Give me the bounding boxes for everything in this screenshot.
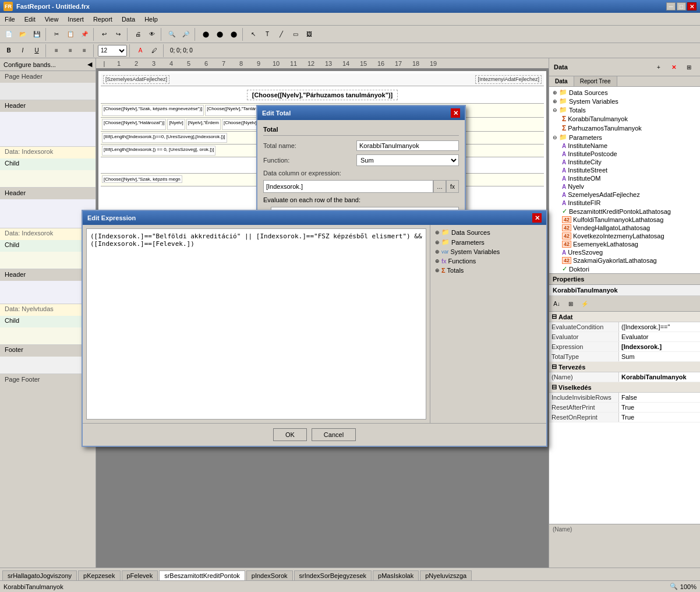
- menu-view[interactable]: View: [40, 15, 63, 24]
- save-btn[interactable]: 💾: [30, 28, 43, 41]
- zoom-in-btn[interactable]: 🔍: [165, 28, 178, 41]
- expr-tree-sysvars[interactable]: ⊕ var System Variables: [433, 247, 544, 256]
- expr-cancel-btn[interactable]: Cancel: [312, 428, 356, 441]
- menu-data[interactable]: Data: [117, 15, 140, 24]
- close-btn[interactable]: ✕: [687, 2, 697, 10]
- tab-pfelevek[interactable]: pFelevek: [122, 570, 158, 580]
- prop-section-viselkedes[interactable]: ⊟ Viselkedés: [549, 382, 700, 393]
- tree-item-institutestreet[interactable]: A InstituteStreet: [550, 166, 699, 174]
- tab-pnyeluvizszga[interactable]: pNyeluvizszga: [420, 570, 472, 580]
- font-size-select[interactable]: 89101112: [98, 45, 127, 57]
- props-sort-alpha-btn[interactable]: ⁤A↓: [550, 297, 563, 310]
- tree-item-szakmai[interactable]: 42 SzakmaiGyakorlatLathatosag: [550, 256, 699, 265]
- tree-item-vendeg[interactable]: 42 VendegHallgatoLathatosag: [550, 224, 699, 232]
- expr-text-area[interactable]: ([Indexsorok.]=="Belföldi akkreditáció" …: [86, 228, 426, 420]
- edit-total-close-btn[interactable]: ✕: [451, 108, 460, 118]
- rect-tool-btn[interactable]: ▭: [289, 28, 302, 41]
- data-panel-remove-btn[interactable]: ✕: [667, 61, 680, 73]
- align-center-text-btn[interactable]: ≡: [64, 44, 77, 57]
- print-btn[interactable]: 🖨: [132, 28, 144, 41]
- align-center-btn[interactable]: ⬤: [213, 28, 226, 41]
- zoom-out-btn[interactable]: 🔎: [179, 28, 192, 41]
- prop-section-adat[interactable]: ⊟ Adat: [549, 312, 700, 322]
- tab-pindexsorok[interactable]: pIndexSorok: [246, 570, 293, 580]
- tree-item-data-sources[interactable]: ⊕ 📁 Data Sources: [550, 88, 699, 97]
- cut-btn[interactable]: ✂: [50, 28, 63, 41]
- band-child-1[interactable]: Child: [0, 158, 96, 170]
- align-right-btn[interactable]: ⬤: [227, 28, 240, 41]
- tree-item-institutepostcode[interactable]: A InstitutePostcode: [550, 150, 699, 158]
- tree-item-beszamitott[interactable]: ✓ BeszamitottKreditPontokLathatosag: [550, 207, 699, 216]
- tree-item-institutecity[interactable]: A InstituteCity: [550, 158, 699, 166]
- edit-expr-close-btn[interactable]: ✕: [532, 213, 542, 223]
- picture-tool-btn[interactable]: 🖼: [303, 28, 316, 41]
- tree-item-fir[interactable]: A InstituteFIR: [550, 199, 699, 207]
- tab-srindexsor[interactable]: srIndexSorBejegyzesek: [294, 570, 372, 580]
- props-sort-cat-btn[interactable]: ⊞: [564, 297, 577, 310]
- expr-tree-functions[interactable]: ⊕ fx Functions: [433, 256, 544, 266]
- tab-srhallagato[interactable]: srHallagatoJogviszony: [2, 570, 77, 580]
- tree-item-szemelyes[interactable]: A SzemelyesAdatFejlechez: [550, 191, 699, 199]
- tab-data[interactable]: Data: [549, 76, 574, 86]
- italic-btn[interactable]: I: [16, 44, 29, 57]
- tree-item-esemenyek[interactable]: 42 EsemenyekLathatosag: [550, 240, 699, 248]
- paste-btn[interactable]: 📌: [78, 28, 91, 41]
- tree-item-nyelv[interactable]: A Nyelv: [550, 182, 699, 191]
- tree-item-kulföldi[interactable]: 42 KulfoldiTanulmanyokLathatosag: [550, 216, 699, 224]
- expr-ok-btn[interactable]: OK: [273, 428, 307, 441]
- menu-edit[interactable]: Edit: [20, 15, 40, 24]
- datacolumn-input[interactable]: [263, 180, 433, 193]
- open-btn[interactable]: 📂: [16, 28, 29, 41]
- data-panel-copy-btn[interactable]: ⊞: [683, 61, 695, 73]
- underline-btn[interactable]: U: [30, 44, 43, 57]
- band-page-header[interactable]: Page Header: [0, 71, 96, 83]
- bold-btn[interactable]: B: [2, 44, 15, 57]
- line-tool-btn[interactable]: ╱: [275, 28, 288, 41]
- tree-item-doktori[interactable]: ✓ Doktori: [550, 265, 699, 273]
- tree-item-parameters[interactable]: ⊖ 📁 Parameters: [550, 133, 699, 142]
- props-events-btn[interactable]: ⚡: [578, 297, 591, 310]
- expr-tree-totals[interactable]: ⊕ Σ Totals: [433, 266, 544, 275]
- tree-item-uresszoveg[interactable]: A UresSzoveg: [550, 248, 699, 256]
- arrow-tool-btn[interactable]: ↖: [247, 28, 260, 41]
- maximize-btn[interactable]: □: [677, 2, 686, 10]
- band-header-1[interactable]: Header: [0, 100, 96, 112]
- tree-item-parhuzamos[interactable]: Σ ParhuzamosTanulmanyok: [550, 124, 699, 133]
- copy-btn[interactable]: 📋: [64, 28, 77, 41]
- tree-item-korabbi[interactable]: Σ KorabbiTanulmanyok: [550, 114, 699, 124]
- tree-item-system-vars[interactable]: ⊕ 📁 System Variables: [550, 97, 699, 105]
- tree-item-instituteom[interactable]: A InstituteOM: [550, 174, 699, 182]
- redo-btn[interactable]: ↪: [112, 28, 125, 41]
- font-color-btn[interactable]: A: [134, 44, 147, 57]
- configure-bands-btn[interactable]: Configure bands... ◀: [0, 58, 96, 71]
- tab-srbeszamitott[interactable]: srBeszamitottKreditPontok: [159, 570, 245, 580]
- new-btn[interactable]: 📄: [2, 28, 15, 41]
- tree-item-kovetkezo[interactable]: 42 KovetkezoIntezmenyLathatosag: [550, 232, 699, 240]
- menu-report[interactable]: Report: [89, 15, 117, 24]
- align-left-text-btn[interactable]: ≡: [50, 44, 63, 57]
- totalname-input[interactable]: [356, 140, 459, 151]
- expr-tree-datasources[interactable]: ⊕ 📁 Data Sources: [433, 227, 544, 237]
- undo-btn[interactable]: ↩: [98, 28, 111, 41]
- tree-item-institutename[interactable]: A InstituteName: [550, 142, 699, 150]
- tree-item-totals[interactable]: ⊖ 📁 Totals: [550, 105, 699, 114]
- expr-tree-parameters[interactable]: ⊕ 📁 Parameters: [433, 237, 544, 247]
- highlight-btn[interactable]: 🖊: [148, 44, 161, 57]
- band-data-indexsorok-1[interactable]: Data: Indexsorok: [0, 147, 96, 158]
- align-right-text-btn[interactable]: ≡: [78, 44, 91, 57]
- preview-btn[interactable]: 👁: [146, 28, 158, 41]
- data-panel-add-btn[interactable]: +: [652, 61, 665, 73]
- tab-pkepzesek[interactable]: pKepzesek: [78, 570, 120, 580]
- tab-report-tree[interactable]: Report Tree: [574, 76, 617, 86]
- function-select[interactable]: Sum Min Max Avg Count: [356, 154, 459, 166]
- text-tool-btn[interactable]: T: [261, 28, 274, 41]
- datacolumn-fx-btn[interactable]: fx: [446, 180, 459, 193]
- menu-file[interactable]: File: [0, 15, 20, 24]
- align-left-btn[interactable]: ⬤: [199, 28, 212, 41]
- band-header-2[interactable]: Header: [0, 188, 96, 199]
- prop-section-tervezes[interactable]: ⊟ Tervezés: [549, 362, 700, 372]
- datacolumn-browse-btn[interactable]: …: [433, 180, 446, 193]
- menu-insert[interactable]: Insert: [63, 15, 89, 24]
- minimize-btn[interactable]: ─: [666, 2, 676, 10]
- tab-pmasisk[interactable]: pMasIskolak: [373, 570, 419, 580]
